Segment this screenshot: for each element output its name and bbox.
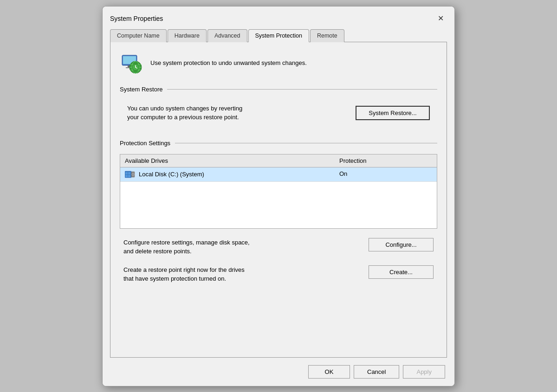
section-divider [167,89,437,90]
content-area: Use system protection to undo unwanted s… [110,42,447,358]
close-button[interactable]: ✕ [434,12,447,25]
svg-rect-16 [128,175,130,177]
tab-system-protection[interactable]: System Protection [248,29,309,42]
top-banner: Use system protection to undo unwanted s… [120,51,437,75]
footer: OK Cancel Apply [103,358,454,386]
drives-table-row[interactable]: Local Disk (C:) (System) On [120,167,437,182]
title-bar: System Properties ✕ [103,6,454,25]
create-section: Create a restore point right now for the… [120,265,437,283]
protection-settings-label: Protection Settings [120,140,170,147]
drives-table-header: Available Drives Protection [120,154,437,167]
cancel-button[interactable]: Cancel [354,365,399,379]
banner-text: Use system protection to undo unwanted s… [150,59,307,66]
svg-point-19 [133,174,134,175]
system-restore-button[interactable]: System Restore... [356,106,430,120]
create-description: Create a restore point right now for the… [123,265,245,283]
tab-advanced[interactable]: Advanced [207,29,247,42]
tab-hardware[interactable]: Hardware [168,29,207,42]
configure-button[interactable]: Configure... [369,238,434,251]
drive-name: Local Disk (C:) (System) [125,170,339,179]
svg-rect-15 [125,175,128,177]
svg-rect-14 [128,172,130,174]
svg-rect-13 [125,172,128,174]
dialog-title: System Properties [110,15,163,22]
tab-remote[interactable]: Remote [310,29,344,42]
section-divider-2 [175,143,437,143]
restore-content: You can undo system changes by reverting… [120,100,437,126]
protection-settings-header: Protection Settings [120,140,437,147]
configure-section: Configure restore settings, manage disk … [120,238,437,256]
drives-table-empty-area [120,182,437,228]
protection-settings-section: Protection Settings Available Drives Pro… [120,140,437,229]
col-protection-header: Protection [339,157,432,164]
ok-button[interactable]: OK [308,365,350,379]
drive-protection-status: On [339,170,432,179]
create-button[interactable]: Create... [369,265,434,279]
system-restore-label: System Restore [120,86,162,93]
system-restore-header: System Restore [120,86,437,93]
tab-bar: Computer Name Hardware Advanced System P… [103,25,454,42]
apply-button[interactable]: Apply [403,365,445,379]
system-restore-section: System Restore You can undo system chang… [120,86,437,126]
drive-icon [125,170,135,179]
col-drive-header: Available Drives [125,157,339,164]
drives-table: Available Drives Protection [120,154,437,229]
configure-description: Configure restore settings, manage disk … [123,238,250,256]
system-properties-dialog: System Properties ✕ Computer Name Hardwa… [102,6,455,386]
system-protection-icon [120,51,143,75]
tab-computer-name[interactable]: Computer Name [110,29,167,42]
restore-description: You can undo system changes by reverting… [127,104,242,122]
